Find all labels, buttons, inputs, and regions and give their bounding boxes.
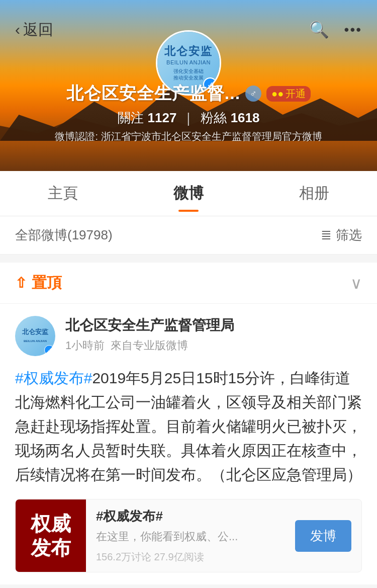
avatar-tagline: 强化安全基础 推动安全发展 [173, 68, 204, 81]
post-avatar-verified: ✓ [44, 345, 54, 355]
linked-card-desc: 在这里，你能看到权威、公... [96, 529, 275, 544]
filter-label: 筛选 [336, 226, 362, 244]
more-icon[interactable]: ••• [344, 22, 362, 38]
content-area: 全部微博(19798) ≣ 筛选 ⇧ 置頂 ∨ 北仑安监 BEILUN ANJI… [0, 216, 377, 584]
linked-card-stats: 156.2万讨论 27.9亿阅读 [96, 550, 275, 564]
follow-stats: 關注 1127 | 粉絲 1618 [118, 109, 260, 127]
tab-album[interactable]: 相册 [251, 171, 377, 216]
linked-card-action: 发博 [285, 499, 361, 572]
pinned-header: ⇧ 置頂 ∨ [0, 263, 377, 304]
weibo-count: 全部微博(19798) [15, 226, 113, 244]
nav-icons: 🔍 ••• [309, 20, 362, 39]
avatar-title: 北仑安监 [164, 45, 213, 58]
post-time: 1小時前 來自专业版微博 [65, 338, 362, 353]
filter-button[interactable]: ≣ 筛选 [321, 226, 362, 244]
linked-card-body: #权威发布# 在这里，你能看到权威、公... 156.2万讨论 27.9亿阅读 [86, 499, 285, 572]
tab-bar: 主頁 微博 相册 [0, 171, 377, 216]
linked-card[interactable]: 权威 发布 #权威发布# 在这里，你能看到权威、公... 156.2万讨论 27… [15, 499, 362, 572]
pinned-section: ⇧ 置頂 ∨ 北仑安监 BEILUN ANJIAN ✓ 北仑区安全生产监督管理局 [0, 263, 377, 584]
linked-card-image-text: 权威 发布 [31, 512, 71, 560]
gender-icon: ♂ [245, 86, 261, 102]
post-header: 北仑安监 BEILUN ANJIAN ✓ 北仑区安全生产监督管理局 1小時前 來… [15, 316, 362, 356]
tab-active-indicator [178, 210, 199, 212]
pinned-text: 置頂 [32, 273, 62, 293]
post-hashtag[interactable]: #权威发布# [15, 370, 92, 386]
avatar-subtitle: BEILUN ANJIAN [166, 59, 211, 65]
back-button[interactable]: ‹ 返回 [15, 20, 53, 40]
post-text: 2019年5月25日15时15分许，白峰街道北海燃料化工公司一油罐着火，区领导及… [15, 370, 362, 483]
post-action-button[interactable]: 发博 [295, 520, 351, 552]
tab-home[interactable]: 主頁 [0, 171, 126, 216]
post-avatar-title: 北仑安监 [22, 328, 48, 335]
post-card: 北仑安监 BEILUN ANJIAN ✓ 北仑区安全生产监督管理局 1小時前 來… [0, 304, 377, 584]
linked-card-image: 权威 发布 [16, 499, 86, 572]
filter-bar: 全部微博(19798) ≣ 筛选 [0, 216, 377, 255]
linked-card-title: #权威发布# [96, 508, 275, 525]
filter-icon: ≣ [321, 227, 332, 243]
pin-icon: ⇧ [15, 275, 27, 291]
post-author: 北仑区安全生产监督管理局 [65, 316, 362, 335]
post-author-avatar[interactable]: 北仑安监 BEILUN ANJIAN ✓ [15, 316, 55, 356]
post-avatar-subtitle: BEILUN ANJIAN [24, 340, 47, 343]
pinned-chevron[interactable]: ∨ [350, 274, 362, 293]
post-meta: 北仑区安全生产监督管理局 1小時前 來自专业版微博 [65, 316, 362, 353]
back-chevron-icon: ‹ [15, 21, 20, 38]
pinned-label: ⇧ 置頂 [15, 273, 62, 293]
vip-badge[interactable]: ●● 开通 [266, 86, 311, 102]
search-icon[interactable]: 🔍 [309, 20, 329, 39]
post-content: #权威发布#2019年5月25日15时15分许，白峰街道北海燃料化工公司一油罐着… [15, 366, 362, 487]
back-label: 返回 [23, 20, 53, 40]
profile-name: 北仑区安全生产监督... [66, 82, 240, 105]
tab-weibo[interactable]: 微博 [126, 171, 251, 216]
profile-bio: 微博認證: 浙江省宁波市北仑区安全生产监督管理局官方微博 [35, 130, 342, 143]
hero-banner: ‹ 返回 🔍 ••• 北仑安监 BEILUN ANJIAN 强化安全基础 推动安… [0, 0, 377, 171]
profile-info: 北仑区安全生产监督... ♂ ●● 开通 關注 1127 | 粉絲 1618 微… [0, 82, 377, 143]
